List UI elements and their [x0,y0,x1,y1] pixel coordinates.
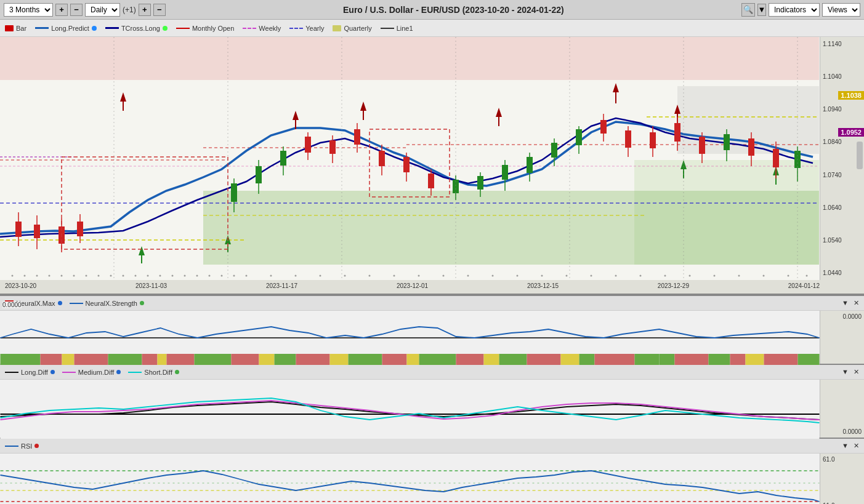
svg-rect-180 [1,454,820,504]
svg-rect-80 [674,123,680,142]
yearly-icon [289,28,303,29]
svg-rect-169 [595,354,635,365]
diff-panel-controls: ▼ ✕ [842,368,859,376]
svg-point-118 [233,275,235,277]
medium-diff-dot [116,370,121,374]
y-label-6: 1.0640 [823,204,862,211]
neural-chart[interactable] [0,311,820,364]
legend-monthlyopen-label: Monthly Open [192,25,234,32]
diff-legend: Long.Diff Medium.Diff Short.Diff ▼ ✕ [0,365,864,380]
svg-rect-88 [773,149,779,167]
inc-add-btn[interactable]: + [139,4,151,16]
svg-point-132 [566,275,568,277]
toolbar-right: Indicators Views [769,3,860,17]
diff-chart[interactable] [0,380,820,438]
svg-point-128 [467,275,469,277]
legend-bar-label: Bar [16,25,26,32]
neuralx-strength-icon [70,303,83,304]
search-dropdown-btn[interactable]: ▼ [757,4,766,16]
legend-tcrosslong: TCross.Long [105,25,168,32]
svg-rect-145 [1,354,41,365]
inc-sub-btn[interactable]: − [153,4,166,16]
rsi-chart[interactable] [0,454,820,504]
x-label-6: 2023-12-29 [658,282,689,291]
svg-point-101 [24,275,26,277]
neural-svg [0,311,820,365]
neural-y-label: 0.0000 [842,313,862,320]
svg-rect-22 [77,222,83,236]
period-sub-btn[interactable]: − [70,4,83,16]
main-chart-area[interactable]: 1.1140 1.1040 1.1038 1.0940 1.0952 1.084… [0,37,864,280]
medium-diff-icon [62,372,76,373]
legend-quarterly: Quarterly [333,25,371,32]
toolbar: 3 Months + − Daily (+1) + − Euro / U.S. … [0,0,864,20]
svg-point-108 [110,275,112,277]
diff-svg [0,380,820,439]
svg-rect-74 [600,120,607,134]
svg-point-140 [763,275,765,277]
x-label-5: 2023-12-15 [527,282,559,291]
long-diff-legend: Long.Diff [5,369,55,376]
neural-panel: NeuralX.Max NeuralX.Strength ▼ ✕ [0,295,864,364]
short-diff-label: Short.Diff [144,369,172,376]
svg-rect-172 [675,354,709,365]
neural-close-btn[interactable]: ✕ [854,299,859,307]
rsi-panel-controls: ▼ ✕ [842,442,859,450]
y-axis-main: 1.1140 1.1040 1.1038 1.0940 1.0952 1.084… [820,37,864,280]
svg-point-135 [640,275,642,277]
svg-point-131 [541,275,543,277]
x-label-2: 2023-11-03 [135,282,167,291]
legend-bar: Bar Long.Predict TCross.Long Monthly Ope… [0,20,864,37]
rsi-collapse-btn[interactable]: ▼ [842,442,849,450]
svg-rect-44 [231,183,237,202]
svg-rect-18 [34,225,40,238]
svg-point-141 [788,275,789,277]
svg-rect-177 [798,354,820,365]
svg-point-109 [123,275,124,277]
rsi-legend-item: RSI [5,442,39,450]
legend-longpredict: Long.Predict [35,25,97,32]
period-add-btn[interactable]: + [55,4,68,16]
svg-point-111 [147,275,149,277]
svg-rect-159 [349,354,382,365]
svg-rect-163 [456,354,484,365]
svg-rect-165 [499,354,527,365]
medium-diff-label: Medium.Diff [78,369,114,376]
period-select[interactable]: 3 Months [4,3,53,17]
short-diff-legend: Short.Diff [128,369,179,376]
short-diff-icon [128,372,142,373]
y-label-8: 1.0440 [823,270,862,276]
neural-legend: NeuralX.Max NeuralX.Strength ▼ ✕ [0,296,864,311]
svg-rect-174 [730,354,746,365]
svg-rect-161 [407,354,419,365]
svg-rect-82 [699,137,705,154]
svg-point-119 [246,275,248,277]
diff-collapse-btn[interactable]: ▼ [842,368,849,376]
svg-point-139 [738,275,740,277]
tcrosslong-dot [163,26,168,31]
main-chart-panel[interactable] [0,37,820,280]
rsi-dot [34,444,39,448]
indicators-select[interactable]: Indicators [769,3,820,17]
svg-rect-158 [330,354,349,365]
svg-rect-148 [75,354,108,365]
timeframe-select[interactable]: Daily [85,3,120,17]
search-btn[interactable]: 🔍 [741,3,755,17]
monthlyopen-icon [176,28,190,29]
y-label-1: 1.1140 [823,41,862,47]
main-chart-svg [0,37,819,280]
y-label-4: 1.0840 [823,138,862,145]
diff-close-btn[interactable]: ✕ [854,368,859,376]
legend-line1-label: Line1 [397,25,413,32]
neural-collapse-btn[interactable]: ▼ [842,299,849,307]
svg-rect-167 [561,354,579,365]
rsi-close-btn[interactable]: ✕ [854,442,859,450]
views-select[interactable]: Views [822,3,860,17]
diff-panel: Long.Diff Medium.Diff Short.Diff ▼ ✕ [0,364,864,438]
svg-point-114 [184,275,186,277]
neural-panel-controls: ▼ ✕ [842,299,859,307]
svg-rect-168 [579,354,595,365]
scrollbar-thumb[interactable] [857,142,863,169]
price-label-high: 1.1038 [838,91,864,100]
y-label-7: 1.0540 [823,237,862,244]
